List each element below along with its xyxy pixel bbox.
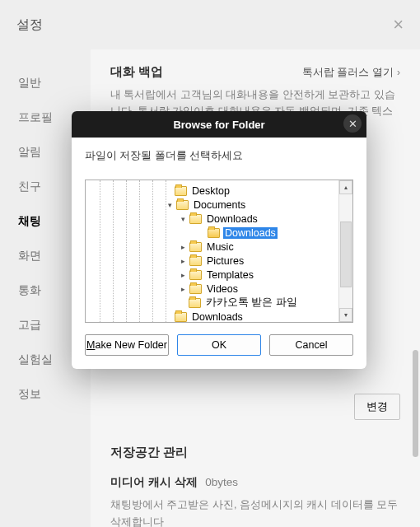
tree-guide-line [113, 180, 114, 322]
folder-icon [175, 312, 187, 322]
ok-button[interactable]: OK [177, 334, 261, 356]
folder-icon [189, 214, 202, 224]
expander-icon[interactable]: ▸ [179, 242, 188, 251]
tree-node-label: Downloads [190, 311, 245, 323]
tree-guide-line [166, 180, 166, 322]
expander-icon[interactable]: ▸ [179, 284, 188, 293]
tree-guide-line [152, 180, 153, 322]
folder-icon [189, 242, 202, 252]
folder-icon [176, 200, 189, 210]
tree-guide-line [100, 180, 100, 322]
tree-node-label: Videos [205, 283, 240, 295]
tree-node-label: Downloads [205, 213, 259, 225]
tree-node-label: 카카오톡 받은 파일 [204, 296, 299, 310]
folder-icon [189, 284, 202, 294]
modal-close-icon[interactable]: ✕ [343, 114, 362, 133]
folder-icon [208, 228, 220, 238]
modal-instruction: 파일이 저장될 폴더를 선택하세요 [85, 149, 353, 163]
make-new-folder-button[interactable]: Make New Folder [85, 334, 169, 356]
tree-guide-line [126, 180, 127, 322]
browse-folder-modal: Browse for Folder ✕ 파일이 저장될 폴더를 선택하세요 De… [72, 111, 366, 369]
tree-node[interactable]: Downloads [86, 226, 338, 240]
tree-node[interactable]: Desktop [86, 184, 338, 198]
tree-node-label: Music [205, 241, 236, 253]
modal-titlebar: Browse for Folder ✕ [72, 111, 366, 138]
tree-node-label: Desktop [190, 185, 231, 197]
expander-icon[interactable]: ▾ [166, 200, 175, 209]
expander-icon[interactable]: ▸ [179, 270, 188, 279]
folder-icon [189, 298, 201, 308]
tree-node[interactable]: ▾Documents [86, 198, 338, 212]
tree-node[interactable]: ▸Videos [86, 282, 338, 296]
expander-icon[interactable]: ▸ [179, 256, 188, 265]
tree-node-label: Downloads [223, 227, 278, 239]
cancel-button[interactable]: Cancel [269, 334, 353, 356]
tree-node[interactable]: Downloads [86, 310, 338, 322]
modal-body: 파일이 저장될 폴더를 선택하세요 Desktop▾Documents▾Down… [72, 138, 366, 369]
folder-icon [189, 270, 202, 280]
expander-icon[interactable]: ▾ [179, 214, 188, 223]
mnemonic: M [86, 339, 95, 351]
tree-node[interactable]: ▸Templates [86, 268, 338, 282]
tree-node[interactable]: 카카오톡 받은 파일 [86, 296, 338, 310]
tree-node[interactable]: ▾Downloads [86, 212, 338, 226]
tree-scrollbar[interactable]: ▴ ▾ [338, 180, 352, 322]
tree-node-label: Templates [205, 269, 255, 281]
folder-tree[interactable]: Desktop▾Documents▾DownloadsDownloads▸Mus… [85, 180, 353, 323]
scroll-down-icon[interactable]: ▾ [339, 308, 352, 322]
tree-node-label: Pictures [205, 255, 245, 267]
scroll-up-icon[interactable]: ▴ [339, 180, 352, 194]
modal-title: Browse for Folder [173, 119, 264, 131]
label-rest: ake New Folder [95, 339, 167, 351]
tree-node[interactable]: ▸Music [86, 240, 338, 254]
tree-node[interactable]: ▸Pictures [86, 254, 338, 268]
tree-content: Desktop▾Documents▾DownloadsDownloads▸Mus… [86, 180, 338, 322]
folder-icon [189, 256, 202, 266]
tree-guide-line [139, 180, 140, 322]
tree-node-label: Documents [192, 199, 247, 211]
tree-scrollbar-thumb[interactable] [340, 222, 352, 287]
folder-icon [175, 186, 187, 196]
modal-button-row: Make New Folder OK Cancel [85, 334, 353, 356]
